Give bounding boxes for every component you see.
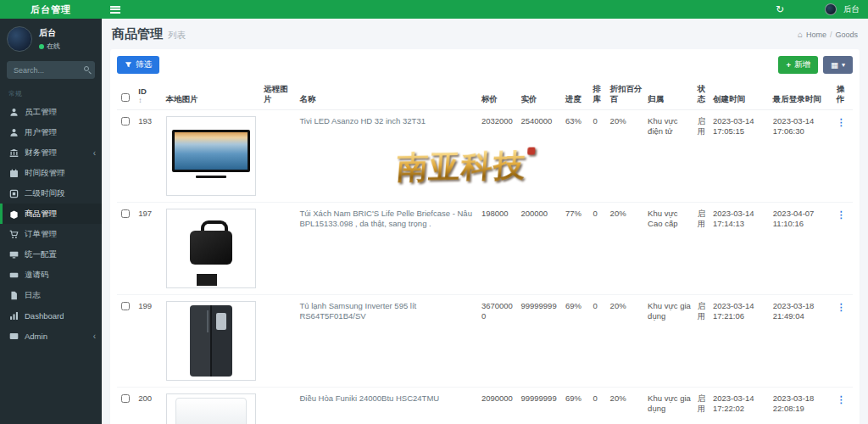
sidebar-search <box>7 61 95 79</box>
add-button-label: 新增 <box>794 59 810 70</box>
chevron-left-icon: ‹ <box>93 148 102 158</box>
sidebar-item-config[interactable]: 统一配置 <box>0 244 102 265</box>
sidebar-item-dashboard[interactable]: Dashboard <box>0 305 102 326</box>
row-actions-button[interactable]: ⋮ <box>837 209 846 220</box>
topbar-username[interactable]: 后台 <box>843 4 860 15</box>
columns-grid-icon: ▦ <box>831 60 838 70</box>
products-table: ID↕ 本地图片 远程图片 名称 标价 实价 进度 排库 折扣百分百 归属 状态… <box>117 81 853 424</box>
sidebar-item-logs[interactable]: 日志 <box>0 285 102 305</box>
cell-actions: ⋮ <box>834 387 853 424</box>
cell-progress: 69% <box>563 294 590 387</box>
sidebar-toggle-button[interactable] <box>102 0 129 19</box>
breadcrumb-current: Goods <box>835 31 858 39</box>
cell-id: 193 <box>136 109 163 202</box>
cell-last-login: 2023-04-07 11:10:16 <box>771 202 834 294</box>
toolbar-right: + 新增 ▦ ▾ <box>778 56 853 74</box>
columns-dropdown-button[interactable]: ▦ ▾ <box>823 56 853 74</box>
sidebar-item-admin[interactable]: Admin ‹ <box>0 326 102 346</box>
sidebar-item-timeslot2[interactable]: 二级时间段 <box>0 183 102 204</box>
cell-id: 197 <box>136 202 163 294</box>
cell-status: 启用 <box>695 294 710 387</box>
cell-category: Khu vực điện tử <box>645 109 695 202</box>
sidebar: 后台 在线 常规 员工管理 用户管理 财务管理 ‹ 时间段管理 二级时间段 商品… <box>0 19 102 424</box>
header-last-login: 最后登录时间 <box>771 81 834 109</box>
product-image-ac <box>175 398 247 424</box>
cell-progress: 63% <box>563 109 590 202</box>
add-button[interactable]: + 新增 <box>778 56 818 74</box>
content-header: 商品管理列表 ⌂ Home / Goods <box>102 19 868 49</box>
header-category: 归属 <box>645 81 695 109</box>
search-input[interactable] <box>7 61 95 79</box>
sidebar-avatar[interactable] <box>7 26 32 52</box>
row-checkbox[interactable] <box>121 209 130 218</box>
product-image-link[interactable] <box>166 301 256 381</box>
search-icon[interactable] <box>84 66 89 71</box>
cell-price: 36700000 <box>479 294 519 387</box>
cell-stock: 0 <box>590 387 607 424</box>
header-price: 标价 <box>479 81 519 109</box>
sidebar-item-invite[interactable]: 邀请码 <box>0 265 102 285</box>
funnel-icon <box>125 61 132 69</box>
sidebar-item-label: 商品管理 <box>25 209 57 220</box>
sidebar-item-label: 日志 <box>25 290 41 301</box>
cell-price: 198000 <box>479 202 519 294</box>
breadcrumb-home[interactable]: Home <box>806 31 826 39</box>
user-icon <box>9 108 19 117</box>
online-dot-icon <box>39 44 44 49</box>
main-content: 商品管理列表 ⌂ Home / Goods 筛选 + 新增 ▦ ▾ <box>102 19 868 424</box>
topbar-right: ↻ 后台 <box>776 3 868 15</box>
product-image-fridge <box>190 305 232 377</box>
idcard-icon <box>9 332 19 341</box>
sidebar-item-label: 二级时间段 <box>25 188 65 199</box>
cell-last-login: 2023-03-14 17:06:30 <box>771 109 834 202</box>
product-image-link[interactable] <box>166 116 256 196</box>
app-brand[interactable]: 后台管理 <box>0 3 102 16</box>
header-stock: 排库 <box>590 81 607 109</box>
cell-remote-image <box>261 202 297 294</box>
product-image-link[interactable] <box>166 209 256 288</box>
cell-name: Túi Xách Nam BRIC'S Life Pelle Briefcase… <box>297 202 478 294</box>
table-body: 193 Tivi LED Asanzo HD 32 inch 32T31 203… <box>117 109 853 424</box>
sidebar-item-finance[interactable]: 财务管理 ‹ <box>0 142 102 163</box>
header-id[interactable]: ID↕ <box>136 81 163 109</box>
sidebar-item-label: 用户管理 <box>25 127 57 138</box>
home-icon: ⌂ <box>798 30 803 39</box>
sidebar-item-goods[interactable]: 商品管理 <box>0 204 102 224</box>
cell-category: Khu vực gia dụng <box>645 294 695 387</box>
desktop-icon <box>9 250 19 259</box>
select-all-checkbox[interactable] <box>121 93 130 102</box>
product-image-link[interactable] <box>166 393 256 424</box>
sidebar-user-panel: 后台 在线 <box>0 19 102 58</box>
page-subtitle: 列表 <box>168 30 186 40</box>
sidebar-item-timeslot[interactable]: 时间段管理 <box>0 163 102 183</box>
table-row: 200 Điều Hòa Funiki 24000Btu HSC24TMU 20… <box>117 387 853 424</box>
sidebar-item-orders[interactable]: 订单管理 <box>0 224 102 244</box>
row-checkbox[interactable] <box>121 302 130 310</box>
cell-name: Tivi LED Asanzo HD 32 inch 32T31 <box>297 109 478 202</box>
sidebar-item-users[interactable]: 用户管理 <box>0 122 102 142</box>
chart-icon <box>9 311 19 321</box>
cell-remote-image <box>261 294 297 387</box>
row-checkbox[interactable] <box>121 117 130 126</box>
cell-actions: ⋮ <box>834 202 853 294</box>
sidebar-item-label: 订单管理 <box>25 229 57 240</box>
cell-price: 2032000 <box>479 109 519 202</box>
user-avatar[interactable] <box>825 3 837 15</box>
plus-icon: + <box>786 60 791 70</box>
sidebar-item-staff[interactable]: 员工管理 <box>0 102 102 122</box>
sidebar-user-meta: 后台 在线 <box>39 27 60 51</box>
row-checkbox[interactable] <box>121 394 130 403</box>
row-actions-button[interactable]: ⋮ <box>837 302 846 312</box>
refresh-icon[interactable]: ↻ <box>776 3 784 15</box>
table-row: 199 Tủ lạnh Samsung Inverter 595 lít RS6… <box>117 294 853 387</box>
filter-button[interactable]: 筛选 <box>117 56 159 74</box>
cell-price: 2090000 <box>479 387 519 424</box>
row-actions-button[interactable]: ⋮ <box>837 394 846 404</box>
sidebar-item-label: 统一配置 <box>25 249 57 260</box>
cell-stock: 0 <box>590 202 607 294</box>
cell-checkbox <box>117 202 136 294</box>
row-actions-button[interactable]: ⋮ <box>837 117 846 127</box>
goods-icon <box>9 209 19 219</box>
sidebar-item-label: Dashboard <box>25 311 64 321</box>
sidebar-item-label: Admin <box>25 332 47 341</box>
